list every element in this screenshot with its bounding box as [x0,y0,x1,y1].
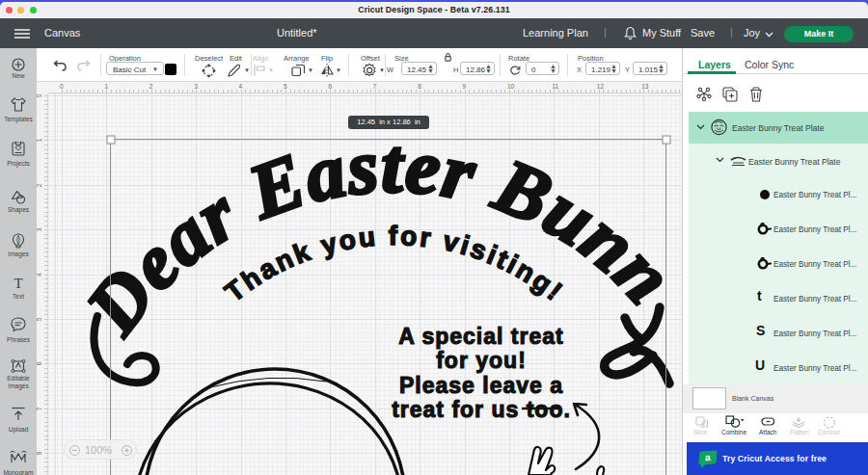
svg-text:for you!: for you! [436,348,527,373]
svg-text:A special treat: A special treat [398,324,563,349]
svg-text:Please leave a: Please leave a [399,373,563,398]
